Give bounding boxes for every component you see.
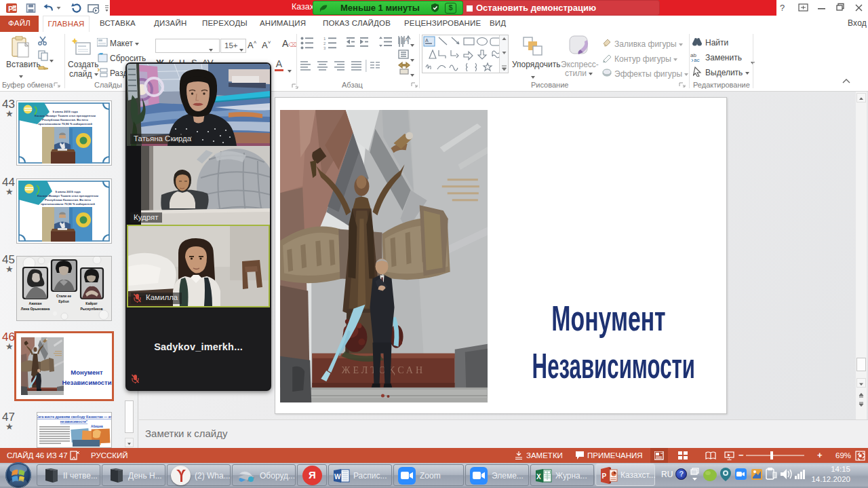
- svg-text:9 июня 2019 года: 9 июня 2019 года: [55, 190, 81, 193]
- svg-text:Абишев: Абишев: [91, 424, 103, 428]
- svg-text:Независимости: Независимости: [62, 379, 111, 386]
- svg-text:Касым-Жомарт Токаев стал прези: Касым-Жомарт Токаев стал президентом: [35, 114, 96, 117]
- svg-text:Лина Орынована: Лина Орынована: [21, 307, 50, 311]
- svg-text:P: P: [602, 472, 607, 480]
- svg-text:независимости": независимости": [60, 419, 88, 424]
- svg-text:9 июня 2019 года: 9 июня 2019 года: [52, 110, 78, 113]
- svg-text:Республики Казахстан. Во него: Республики Казахстан. Во него: [45, 198, 91, 202]
- svg-text:проголосовали 70,96 % избирате: проголосовали 70,96 % избирателей: [38, 122, 92, 126]
- svg-text:1: 1: [323, 37, 326, 41]
- svg-text:2: 2: [323, 41, 326, 45]
- svg-text:ac: ac: [694, 57, 699, 62]
- svg-text:Ажихан: Ажихан: [29, 301, 42, 305]
- svg-text:P: P: [8, 5, 13, 13]
- svg-text:Касым-Жомарт Токаев стал прези: Касым-Жомарт Токаев стал президентом: [37, 194, 98, 198]
- svg-text:Ербол: Ербол: [58, 299, 69, 303]
- svg-text:?: ?: [780, 3, 785, 13]
- svg-text:W: W: [334, 473, 341, 481]
- svg-text:"Снга жисте древням свободу Ка: "Снга жисте древням свободу Казахстан — …: [37, 415, 111, 419]
- svg-text:Рыскулбеков: Рыскулбеков: [80, 307, 102, 311]
- svg-text:Монумент: Монумент: [71, 369, 103, 376]
- svg-text:Стали ее: Стали ее: [56, 294, 71, 298]
- svg-text:Республики Казахстан. Во него: Республики Казахстан. Во него: [42, 118, 88, 121]
- svg-text:Кайрат: Кайрат: [85, 301, 98, 305]
- svg-text:ЖЕЛТОҚСАН: ЖЕЛТОҚСАН: [342, 364, 425, 375]
- svg-text:A: A: [425, 38, 429, 43]
- svg-text:проголосовали 70,96 % избирате: проголосовали 70,96 % избирателей: [41, 202, 95, 206]
- svg-text:3: 3: [323, 46, 326, 50]
- svg-text:X: X: [536, 473, 541, 481]
